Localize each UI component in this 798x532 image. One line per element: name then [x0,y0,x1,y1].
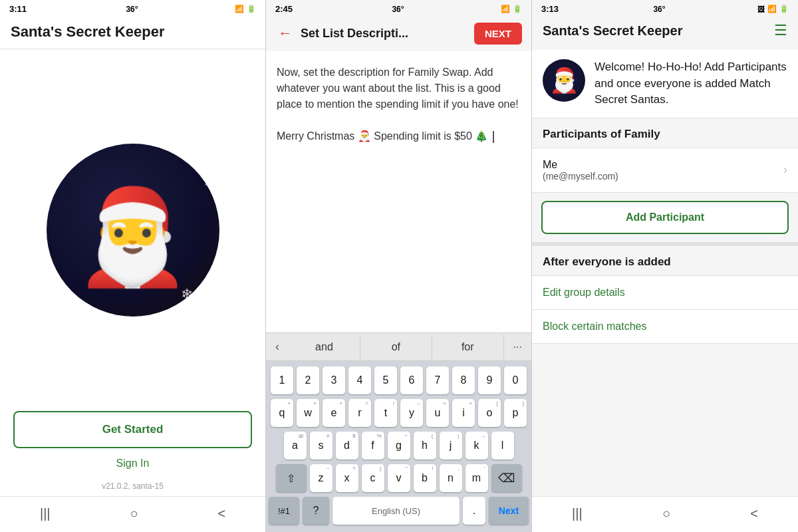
get-started-button[interactable]: Get Started [13,411,252,448]
key-sym[interactable]: !#1 [269,497,299,525]
battery-icon-2: 🔋 [513,5,522,13]
suggestions-bar: ‹ and of for ··· [266,332,531,361]
nav-menu-1[interactable]: ||| [27,503,64,524]
key-1[interactable]: 1 [271,366,293,394]
key-n[interactable]: ,n [440,464,462,492]
key-backspace[interactable]: ⌫ [491,464,522,492]
description-area[interactable]: Now, set the description for Family Swap… [266,51,531,332]
key-r[interactable]: =r [348,399,371,427]
key-c[interactable]: {c [362,464,384,492]
santa-circle: ❄ ❄ ❄ ❄ ❄ 🎅 [47,144,219,317]
key-w[interactable]: ×w [297,399,319,427]
participants-section-label: Participants of Family [532,118,798,148]
key-s[interactable]: #s [310,432,332,460]
participant-row[interactable]: Me (me@myself.com) › [532,148,798,193]
nav-back-1[interactable]: < [204,503,239,524]
battery-icon-3: 🔋 [779,5,789,13]
key-9[interactable]: 9 [478,366,501,394]
keyboard-row-bottom: !#1 ? English (US) . Next [269,497,529,525]
key-6[interactable]: 6 [400,366,423,394]
user-input-text: Merry Christmas 🎅 Spending limit is $50 … [277,128,521,144]
key-next[interactable]: Next [489,497,529,525]
santa-emoji: 🎅 [74,190,191,283]
key-period[interactable]: . [463,497,485,525]
block-matches-link[interactable]: Block certain matches [543,321,647,332]
add-participant-button[interactable]: Add Participant [541,201,789,234]
edit-group-link[interactable]: Edit group details [543,287,625,298]
block-matches-row[interactable]: Block certain matches [532,310,798,344]
welcome-text: Welcome! Ho-Ho-Ho! Add Participants and … [595,59,787,108]
key-g[interactable]: ^g [388,432,410,460]
key-e[interactable]: +e [323,399,345,427]
status-icons-3: 🖼 📶 🔋 [757,5,789,13]
key-4[interactable]: 4 [348,366,371,394]
app-title-1: Santa's Secret Keeper [11,23,164,40]
suggestion-of[interactable]: of [360,334,432,360]
nav-home-1[interactable]: ○ [116,503,151,524]
key-q[interactable]: +q [271,399,293,427]
status-bar-1: 3:11 36° 📶 🔋 [0,0,265,17]
key-b[interactable]: !b [414,464,436,492]
santa-container: ❄ ❄ ❄ ❄ ❄ 🎅 [0,49,265,404]
hamburger-menu-icon[interactable]: ☰ [774,22,787,39]
nav-home-3[interactable]: ○ [649,503,684,524]
key-h[interactable]: (h [414,432,436,460]
key-j[interactable]: )j [440,432,462,460]
temp-3: 36° [653,5,665,14]
key-m[interactable]: 'm [466,464,488,492]
key-t[interactable]: /t [374,399,397,427]
key-f[interactable]: %f [362,432,384,460]
suggestion-more[interactable]: ··· [504,334,531,360]
key-u[interactable]: <u [426,399,449,427]
key-8[interactable]: 8 [452,366,475,394]
participant-info: Me (me@myself.com) [543,159,618,182]
key-2[interactable]: 2 [297,366,319,394]
signal-icon-2: 📶 [501,5,510,13]
back-arrow[interactable]: ← [275,22,295,45]
key-5[interactable]: 5 [374,366,397,394]
time-1: 3:11 [9,4,27,14]
key-i[interactable]: >i [452,399,475,427]
key-k[interactable]: –k [466,432,488,460]
key-emoji[interactable]: ? [303,497,329,525]
key-a[interactable]: @a [284,432,307,460]
key-v[interactable]: "v [388,464,410,492]
snowflake-2: ❄ [188,150,200,166]
header-title-2: Set List Descripti... [301,27,474,41]
santa-avatar-small: 🎅 [543,59,585,102]
key-p[interactable]: ]p [504,399,527,427]
key-l[interactable]: l [491,432,514,460]
key-shift[interactable]: ⇧ [276,464,307,492]
snowflake-4: ❄ [204,177,213,190]
suggestion-and[interactable]: and [289,334,360,360]
panel-1-home: 3:11 36° 📶 🔋 Santa's Secret Keeper ❄ ❄ ❄… [0,0,266,532]
bottom-nav-3: ||| ○ < [532,496,798,532]
key-y[interactable]: –y [400,399,423,427]
suggestion-for[interactable]: for [432,334,504,360]
next-button[interactable]: NEXT [474,23,522,45]
app-header-1: Santa's Secret Keeper [0,17,265,49]
sign-in-link[interactable]: Sign In [0,454,265,473]
app-header-2: ← Set List Descripti... NEXT [266,17,531,51]
key-z[interactable]: ~z [310,464,332,492]
nav-back-3[interactable]: < [737,503,771,524]
welcome-card: 🎅 Welcome! Ho-Ho-Ho! Add Participants an… [532,50,798,118]
keyboard-row-qwerty: +q ×w +e =r /t –y <u >i [o ]p [269,399,529,427]
key-d[interactable]: $d [336,432,358,460]
app-header-3: Santa's Secret Keeper ☰ [532,17,798,46]
keyboard-row-asdf: @a #s $d %f ^g (h )j –k l [269,432,529,460]
key-x[interactable]: ?x [336,464,358,492]
text-cursor [493,131,494,143]
suggestion-arrow-left[interactable]: ‹ [266,333,289,360]
key-o[interactable]: [o [478,399,501,427]
key-7[interactable]: 7 [426,366,449,394]
key-0[interactable]: 0 [504,366,527,394]
nav-menu-3[interactable]: ||| [559,503,596,524]
edit-group-row[interactable]: Edit group details [532,276,798,310]
participant-name: Me [543,159,618,171]
temp-2: 36° [392,5,404,14]
user-input-value: Merry Christmas 🎅 Spending limit is $50 … [277,130,488,142]
key-space[interactable]: English (US) [332,497,460,525]
chevron-right-icon: › [783,163,787,177]
key-3[interactable]: 3 [323,366,345,394]
